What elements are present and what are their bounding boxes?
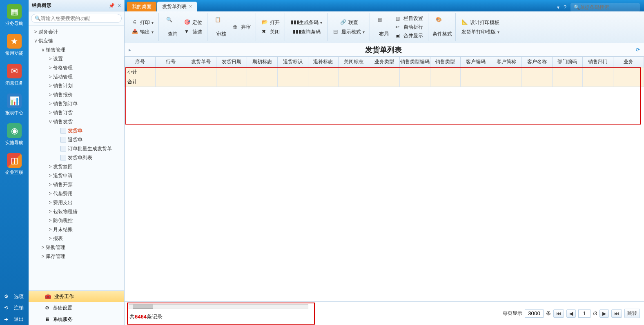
col-header[interactable]: 序号 xyxy=(125,57,156,67)
tree-node[interactable]: >库存管理 xyxy=(29,252,124,261)
discard-button[interactable]: 🗑弃审 xyxy=(231,23,252,31)
col-header[interactable]: 业务类型 xyxy=(369,57,400,67)
chevron-down-icon[interactable]: ▾ xyxy=(557,4,559,10)
rail-exit[interactable]: ➜退出 xyxy=(0,314,29,325)
col-header[interactable]: 行号 xyxy=(155,57,186,67)
col-header[interactable]: 客户名称 xyxy=(521,57,552,67)
refresh-icon[interactable]: ⟳ xyxy=(636,47,640,53)
footer-tab-settings[interactable]: ⚙基础设置 xyxy=(29,302,124,314)
close-icon[interactable]: × xyxy=(118,3,121,9)
close-button[interactable]: ✖关闭 xyxy=(260,28,281,36)
col-header[interactable]: 销售类型 xyxy=(430,57,461,67)
rail-item-fav[interactable]: ★常用功能 xyxy=(2,34,27,56)
tree-node[interactable]: >活动管理 xyxy=(29,72,124,81)
tree-node[interactable]: >月末结账 xyxy=(29,225,124,234)
tree-node[interactable]: >销售订货 xyxy=(29,108,124,117)
rail-options[interactable]: ⚙选项 xyxy=(0,291,29,302)
tab-close-icon[interactable]: × xyxy=(189,4,192,9)
col-header[interactable]: 客户编码 xyxy=(461,57,491,67)
colset-button[interactable]: ▥栏目设置 xyxy=(394,14,425,23)
related-button[interactable]: 🔗联查 xyxy=(339,18,360,27)
tree-node[interactable]: >采购管理 xyxy=(29,243,124,252)
tree-node[interactable]: >包装物租借 xyxy=(29,207,124,216)
tree-node[interactable]: 订单批量生成发货单 xyxy=(29,144,124,153)
col-header[interactable]: 部门编码 xyxy=(552,57,583,67)
tree-node[interactable]: >价格管理 xyxy=(29,63,124,72)
tree-node[interactable]: >发货签回 xyxy=(29,162,124,171)
rail-logout[interactable]: ⟲注销 xyxy=(0,302,29,314)
next-page-button[interactable]: ▶ xyxy=(599,309,609,318)
hscroll-track[interactable] xyxy=(129,304,308,309)
prev-page-button[interactable]: ◀ xyxy=(566,309,576,318)
tree-node[interactable]: >设置 xyxy=(29,54,124,63)
tree-node[interactable]: >销售报价 xyxy=(29,90,124,99)
jump-button[interactable]: 跳转 xyxy=(624,309,640,318)
dispmode-button[interactable]: ▤显示模式▾ xyxy=(332,28,366,36)
tree-node[interactable]: ∨销售发货 xyxy=(29,117,124,126)
perpage-input[interactable] xyxy=(525,309,544,318)
rail-item-msg[interactable]: ✉消息任务 xyxy=(2,64,27,86)
last-page-button[interactable]: ⏭ xyxy=(611,309,622,318)
col-header[interactable]: 发货单号 xyxy=(186,57,216,67)
col-header[interactable]: 销售类型编码 xyxy=(399,57,430,67)
locate-button[interactable]: 🎯定位 xyxy=(183,18,204,27)
footer-tab-system[interactable]: 🖥系统服务 xyxy=(29,314,124,325)
tab-list[interactable]: 发货单列表× xyxy=(157,2,197,11)
printtpl-button[interactable]: 发货单打印模版▾ xyxy=(460,28,501,36)
tree-node[interactable]: 发货单 xyxy=(29,126,124,135)
page-input[interactable] xyxy=(578,309,591,318)
footer-tab-work[interactable]: 🧰业务工作 xyxy=(29,291,124,302)
col-header[interactable]: 退补标志 xyxy=(308,57,339,67)
tree-node[interactable]: >防伪税控 xyxy=(29,216,124,225)
tab-home[interactable]: 我的桌面 xyxy=(127,2,156,11)
help-icon[interactable]: ? xyxy=(564,4,566,10)
col-header[interactable]: 销售部门 xyxy=(583,57,613,67)
tree-node[interactable]: ∨销售管理 xyxy=(29,45,124,54)
twisty-icon: > xyxy=(47,74,53,80)
rail-item-report[interactable]: 📊报表中心 xyxy=(2,93,27,116)
query-button[interactable]: 🔍查询 xyxy=(163,16,183,38)
cell xyxy=(613,67,644,77)
col-header[interactable]: 发货日期 xyxy=(216,57,247,67)
col-header[interactable]: 客户简称 xyxy=(491,57,522,67)
designtpl-button[interactable]: 📐设计打印模板 xyxy=(460,18,501,27)
querycode-button[interactable]: ▮▮▮查询条码 xyxy=(291,28,322,36)
filter-button[interactable]: ▼筛选 xyxy=(183,28,204,36)
tree-node[interactable]: >费用支出 xyxy=(29,198,124,207)
rail-bottom-label: 退出 xyxy=(14,316,24,323)
tree-node[interactable]: 退货单 xyxy=(29,135,124,144)
rec-prefix: 共 xyxy=(129,314,135,320)
tree-node[interactable]: >退货申请 xyxy=(29,171,124,180)
col-header[interactable]: 退货标识 xyxy=(277,57,308,67)
tree-node[interactable]: >销售预订单 xyxy=(29,99,124,108)
barcode-search-input[interactable] xyxy=(580,4,641,10)
tree-node[interactable]: >财务会计 xyxy=(29,27,124,36)
export-button[interactable]: 📤输出▾ xyxy=(130,28,155,36)
print-button[interactable]: 🖨打印▾ xyxy=(130,18,155,27)
rail-item-nav[interactable]: ▦业务导航 xyxy=(2,4,27,27)
tree-node[interactable]: >销售计划 xyxy=(29,81,124,90)
merge-button[interactable]: ▣合并显示 xyxy=(394,31,425,40)
audit-button[interactable]: 📋审核 xyxy=(212,16,231,38)
condfmt-button[interactable]: 🎨条件格式 xyxy=(432,16,452,38)
tree-node[interactable]: >报表 xyxy=(29,234,124,243)
tree-node[interactable]: 发货单列表 xyxy=(29,153,124,162)
open-button[interactable]: 📂打开 xyxy=(260,18,281,27)
col-header[interactable]: 业务 xyxy=(613,57,644,67)
tree-node[interactable]: >销售开票 xyxy=(29,180,124,189)
autowrap-button[interactable]: ↩自动折行 xyxy=(394,23,425,31)
tree-search-input[interactable] xyxy=(41,16,118,21)
twisty-icon: > xyxy=(47,218,53,223)
pin-icon[interactable]: 📌 xyxy=(109,3,115,9)
rail-item-connect[interactable]: ◫企业互联 xyxy=(2,153,27,176)
gencode-button[interactable]: ▮▮▮生成条码▾ xyxy=(289,18,324,27)
tree-node[interactable]: >代垫费用 xyxy=(29,189,124,198)
layout-button[interactable]: ▦布局 xyxy=(374,16,394,38)
col-header[interactable]: 期初标志 xyxy=(247,57,278,67)
hscroll-thumb[interactable] xyxy=(133,305,153,309)
rail-item-impl[interactable]: ◉实施导航 xyxy=(2,123,27,146)
first-page-button[interactable]: ⏮ xyxy=(553,309,564,318)
rail-bottom-label: 注销 xyxy=(14,305,24,312)
col-header[interactable]: 关闭标志 xyxy=(339,57,369,67)
tree-node[interactable]: ∨供应链 xyxy=(29,36,124,45)
